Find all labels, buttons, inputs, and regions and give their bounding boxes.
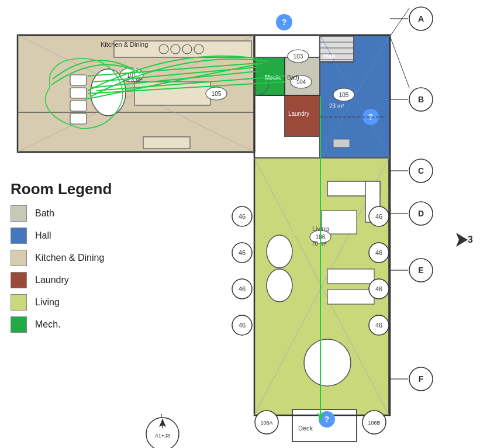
legend-item-hall: Hall — [11, 228, 174, 244]
svg-text:F: F — [419, 374, 424, 384]
legend-color-bath — [11, 205, 27, 222]
svg-text:46: 46 — [375, 322, 382, 329]
svg-text:1: 1 — [160, 413, 163, 419]
svg-text:46: 46 — [375, 213, 382, 220]
svg-text:103: 103 — [293, 53, 303, 60]
svg-point-43 — [304, 339, 351, 386]
svg-text:106B: 106B — [368, 420, 380, 426]
legend-color-hall — [11, 228, 27, 244]
legend-color-kitchen — [11, 250, 27, 266]
svg-rect-42 — [327, 290, 374, 304]
svg-text:105: 105 — [212, 91, 222, 97]
svg-text:?: ? — [282, 18, 287, 27]
legend-label-kitchen: Kitchen & Dining — [35, 253, 104, 263]
legend-color-mech — [11, 316, 27, 333]
legend-item-mech: Mech. — [11, 316, 174, 333]
svg-rect-135 — [333, 139, 350, 147]
legend-item-laundry: Laundry — [11, 272, 174, 288]
svg-rect-27 — [70, 101, 87, 111]
svg-text:Laundry: Laundry — [288, 111, 309, 117]
room-legend: Room Legend Bath Hall Kitchen & Dining L… — [11, 174, 174, 344]
svg-text:A1+J3: A1+J3 — [155, 433, 170, 439]
svg-rect-25 — [70, 75, 87, 85]
svg-text:70 m²: 70 m² — [312, 240, 327, 247]
svg-point-39 — [267, 235, 292, 268]
svg-text:3: 3 — [468, 235, 473, 244]
legend-title: Room Legend — [11, 180, 174, 198]
svg-text:E: E — [418, 266, 423, 275]
svg-text:Deck: Deck — [298, 425, 313, 432]
svg-text:C: C — [418, 166, 424, 175]
svg-rect-34 — [134, 82, 210, 105]
svg-text:?: ? — [324, 415, 330, 424]
svg-text:46: 46 — [239, 322, 246, 329]
svg-text:D: D — [418, 209, 424, 218]
legend-item-kitchen: Kitchen & Dining — [11, 250, 174, 266]
legend-label-laundry: Laundry — [35, 275, 69, 285]
svg-text:46: 46 — [375, 285, 382, 292]
svg-text:106A: 106A — [260, 420, 272, 426]
svg-rect-35 — [143, 137, 190, 149]
svg-text:46: 46 — [239, 213, 246, 220]
legend-color-living — [11, 294, 27, 311]
svg-rect-28 — [70, 113, 87, 124]
svg-point-40 — [267, 269, 292, 302]
legend-label-bath: Bath — [35, 208, 54, 219]
legend-label-living: Living — [35, 297, 60, 308]
svg-text:Bath: Bath — [287, 74, 299, 81]
svg-text:23 m²: 23 m² — [329, 103, 344, 109]
svg-text:46: 46 — [239, 249, 246, 256]
legend-item-bath: Bath — [11, 205, 174, 222]
svg-text:Kitchen & Dining: Kitchen & Dining — [101, 41, 148, 48]
svg-rect-26 — [70, 88, 87, 98]
svg-text:105: 105 — [339, 92, 349, 98]
svg-text:A: A — [418, 14, 424, 23]
floor-plan: DN A B C D E F — [0, 0, 480, 448]
legend-label-hall: Hall — [35, 230, 51, 241]
legend-label-mech: Mech. — [35, 319, 61, 330]
svg-text:46: 46 — [375, 249, 382, 256]
svg-text:Hall: Hall — [323, 53, 335, 60]
svg-text:B: B — [418, 95, 424, 104]
svg-text:46: 46 — [239, 285, 246, 292]
legend-item-living: Living — [11, 294, 174, 311]
svg-rect-41 — [327, 269, 374, 284]
legend-color-laundry — [11, 272, 27, 288]
